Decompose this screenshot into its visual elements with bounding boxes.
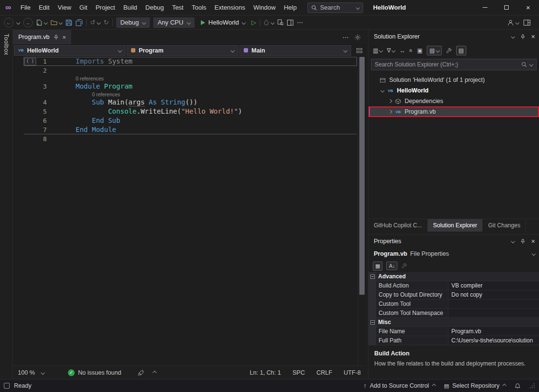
filter-button[interactable]: ∇: [387, 47, 395, 54]
visual-studio-logo-icon[interactable]: ∞: [0, 3, 16, 13]
chevron-down-icon[interactable]: [44, 20, 48, 24]
switch-views-button[interactable]: ▥: [373, 47, 382, 54]
categorized-view-button[interactable]: ▦: [373, 261, 382, 271]
panel-layout-button[interactable]: [524, 20, 530, 26]
alphabetical-sort-button[interactable]: A↓: [386, 261, 397, 270]
chevron-down-icon[interactable]: [511, 35, 515, 39]
line-ending[interactable]: CRLF: [316, 369, 332, 376]
property-row-full-path[interactable]: Full PathC:\Users\v-tishe\source\solutio…: [368, 336, 539, 345]
menu-item-test[interactable]: Test: [168, 0, 188, 15]
member-dropdown[interactable]: Main: [239, 45, 351, 56]
property-row-custom-tool-namespace[interactable]: Custom Tool Namespace: [368, 309, 539, 318]
start-debugging-button[interactable]: HelloWorld: [198, 19, 248, 26]
menu-item-project[interactable]: Project: [92, 0, 119, 15]
find-in-files-button[interactable]: [277, 19, 284, 26]
code-text[interactable]: End Module: [47, 125, 358, 134]
property-row-file-name[interactable]: File NameProgram.vb: [368, 327, 539, 336]
suggestion-margin-icon[interactable]: { }: [24, 58, 36, 65]
menu-item-window[interactable]: Window: [249, 0, 279, 15]
menu-item-extensions[interactable]: Extensions: [210, 0, 250, 15]
split-window-button[interactable]: [354, 45, 365, 56]
pin-icon[interactable]: [520, 34, 526, 39]
code-editor[interactable]: { }1Imports System20 references3Module P…: [13, 57, 366, 366]
wrench-button[interactable]: [446, 48, 452, 53]
window-layout-button[interactable]: [287, 20, 293, 26]
code-cleanup-broom-icon[interactable]: [138, 369, 145, 376]
editor-options-gear-icon[interactable]: [355, 34, 361, 40]
minimize-button[interactable]: [474, 0, 496, 15]
property-pages-wrench-icon[interactable]: [401, 263, 407, 269]
close-panel-icon[interactable]: ×: [531, 237, 535, 245]
properties-button[interactable]: ▣: [417, 47, 422, 54]
property-category-advanced[interactable]: Advanced: [368, 272, 539, 281]
close-button[interactable]: ×: [517, 0, 539, 15]
navigate-forward-button[interactable]: →: [23, 18, 33, 27]
add-to-source-control-button[interactable]: ↑ Add to Source Control: [363, 382, 435, 389]
menu-item-file[interactable]: File: [16, 0, 35, 15]
notifications-bell-icon[interactable]: [514, 383, 521, 389]
open-file-button[interactable]: [51, 19, 62, 26]
tree-item-solution-helloworld-1-of-1-project[interactable]: Solution 'HelloWorld' (1 of 1 project): [368, 75, 539, 85]
project-dropdown[interactable]: VB HelloWorld: [14, 45, 126, 56]
navigate-back-button[interactable]: ←: [4, 18, 13, 27]
chevron-down-icon[interactable]: [97, 20, 101, 24]
issues-indicator[interactable]: ✓ No issues found: [68, 369, 121, 376]
zoom-dropdown[interactable]: 100 %: [18, 369, 49, 376]
pin-icon[interactable]: [520, 239, 526, 244]
resize-grip[interactable]: [529, 383, 535, 389]
close-panel-icon[interactable]: ×: [531, 33, 535, 40]
property-row-copy-to-output-directory[interactable]: Copy to Output DirectoryDo not copy: [368, 290, 539, 300]
caret-position[interactable]: Ln: 1, Ch: 1: [250, 369, 281, 376]
menu-item-build[interactable]: Build: [119, 0, 141, 15]
save-all-button[interactable]: [76, 19, 83, 26]
menu-item-git[interactable]: Git: [75, 0, 92, 15]
collapse-category-icon[interactable]: [370, 320, 375, 325]
titlebar-search[interactable]: Search: [307, 2, 363, 13]
type-dropdown[interactable]: Program: [127, 45, 238, 56]
code-text[interactable]: Module Program: [47, 82, 358, 91]
hot-reload-button[interactable]: [263, 19, 274, 26]
toolbar-overflow-button[interactable]: ⋯: [297, 19, 303, 26]
solution-platform-dropdown[interactable]: Any CPU: [153, 17, 194, 28]
save-button[interactable]: [66, 19, 72, 26]
property-category-misc[interactable]: Misc: [368, 318, 539, 327]
tab-close-icon[interactable]: ×: [63, 34, 66, 41]
expand-panel-chevron-icon[interactable]: [152, 370, 156, 374]
toolbox-tab[interactable]: Toolbox: [3, 34, 10, 379]
collapse-category-icon[interactable]: [370, 274, 375, 279]
property-value[interactable]: VB compiler: [448, 281, 539, 290]
tree-item-helloworld[interactable]: VBHelloWorld: [368, 85, 539, 96]
tree-item-dependencies[interactable]: Dependencies: [368, 96, 539, 106]
code-text[interactable]: Sub Main(args As String()): [47, 98, 358, 107]
menu-item-debug[interactable]: Debug: [141, 0, 168, 15]
preview-selected-items-button[interactable]: ▤: [427, 46, 441, 55]
code-text[interactable]: Imports System: [47, 57, 358, 66]
chevron-down-icon[interactable]: [271, 20, 275, 24]
property-value[interactable]: Program.vb: [448, 327, 539, 336]
solution-explorer-search[interactable]: Search Solution Explorer (Ctrl+;): [371, 59, 537, 70]
collapse-all-button[interactable]: «: [409, 47, 413, 54]
chevron-right-icon[interactable]: [388, 110, 392, 114]
background-tasks-icon[interactable]: [4, 383, 10, 389]
search-icon[interactable]: [521, 62, 527, 67]
menu-item-tools[interactable]: Tools: [187, 0, 210, 15]
vertical-scrollbar[interactable]: [358, 57, 366, 366]
navigate-back-chevron-icon[interactable]: [16, 20, 20, 24]
properties-object-dropdown[interactable]: Program.vb File Properties: [368, 248, 539, 260]
code-text[interactable]: End Sub: [47, 116, 358, 125]
chevron-right-icon[interactable]: [388, 99, 392, 103]
tab-program-vb[interactable]: Program.vb ×: [13, 30, 72, 44]
undo-button[interactable]: ↺: [90, 19, 100, 26]
show-all-files-button[interactable]: ▤: [456, 46, 466, 55]
chevron-down-icon[interactable]: [511, 239, 515, 243]
code-text[interactable]: Console.WriteLine("Hello World!"): [47, 107, 358, 116]
start-without-debugging-button[interactable]: ▷: [251, 19, 256, 26]
tree-item-program-vb[interactable]: VBProgram.vb: [368, 106, 539, 117]
maximize-button[interactable]: [496, 0, 517, 15]
new-item-button[interactable]: [36, 19, 47, 26]
scrollbar-thumb[interactable]: [359, 57, 365, 295]
chevron-down-icon[interactable]: [381, 89, 384, 92]
tab-overflow-icon[interactable]: ⋯: [342, 34, 349, 41]
property-value[interactable]: [448, 309, 539, 317]
indent-mode[interactable]: SPC: [292, 369, 305, 376]
